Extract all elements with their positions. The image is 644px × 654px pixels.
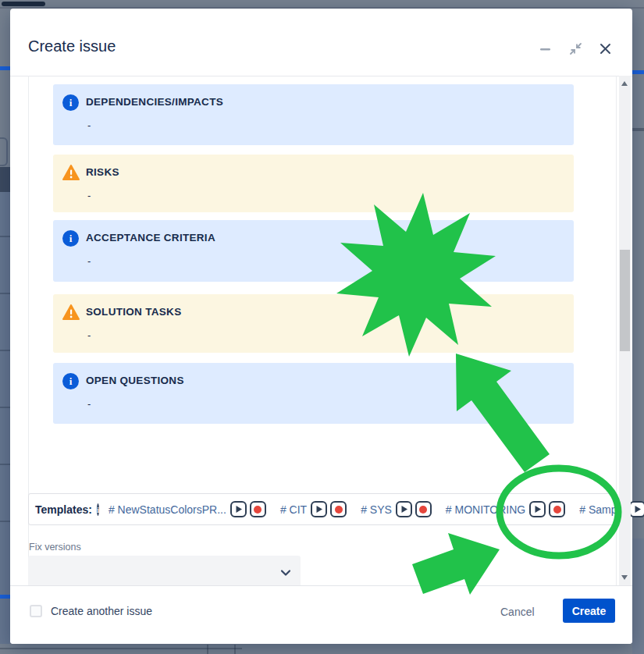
record-icon — [335, 506, 343, 514]
cancel-button[interactable]: Cancel — [500, 606, 535, 618]
fix-versions-select[interactable] — [28, 556, 301, 585]
panel-value: - — [87, 190, 91, 201]
fix-versions-label: Fix versions — [29, 542, 81, 553]
template-play-button[interactable] — [396, 501, 412, 517]
panel-title: ACCEPTANCE CRITERIA — [86, 232, 215, 243]
template-play-button[interactable] — [629, 501, 644, 517]
background-blue-line-left — [0, 66, 10, 70]
record-icon — [419, 506, 427, 514]
template-record-button[interactable] — [330, 501, 347, 517]
panel-title: OPEN QUESTIONS — [86, 375, 184, 386]
background-top-bar — [2, 2, 45, 6]
background-row-line — [0, 293, 10, 294]
templates-label: Templates: — [35, 503, 92, 516]
template-record-button[interactable] — [549, 501, 565, 517]
panel-dependencies-impacts: i DEPENDENCIES/IMPACTS - — [53, 84, 574, 145]
template-item: # SYS — [361, 501, 435, 517]
background-dark-line-right — [632, 128, 644, 131]
panel-value: - — [87, 398, 91, 410]
background-row-line — [0, 407, 10, 408]
info-icon: i — [62, 94, 79, 111]
create-another-label: Create another issue — [51, 605, 152, 617]
restore-down-icon[interactable] — [568, 41, 582, 55]
close-icon[interactable] — [598, 41, 612, 55]
panel-value: - — [87, 329, 91, 341]
template-play-button[interactable] — [230, 501, 247, 517]
background-row-line — [0, 464, 10, 465]
warning-icon — [62, 304, 79, 321]
panel-value: - — [87, 119, 91, 131]
template-item: # NewStatusColorsPR... — [109, 501, 269, 517]
templates-info-icon[interactable]: i — [97, 503, 99, 516]
chevron-down-icon — [280, 566, 291, 580]
background-column-line — [234, 645, 236, 654]
create-another-checkbox[interactable] — [30, 605, 42, 617]
scroll-up-icon[interactable] — [621, 81, 628, 86]
background-row-line — [0, 236, 10, 237]
info-icon: i — [62, 373, 79, 389]
template-record-button[interactable] — [250, 501, 266, 517]
background-column-line — [207, 645, 208, 654]
template-item: # CIT — [280, 501, 350, 517]
minimize-icon[interactable] — [539, 41, 553, 55]
template-link[interactable]: # CIT — [280, 503, 307, 516]
panel-title: RISKS — [86, 166, 119, 178]
record-icon — [254, 506, 262, 514]
background-selected-row — [0, 167, 10, 192]
template-record-button[interactable] — [415, 501, 432, 517]
template-play-button[interactable] — [311, 501, 327, 517]
panel-acceptance-criteria: i ACCEPTANCE CRITERIA - — [53, 220, 574, 282]
panel-title: DEPENDENCIES/IMPACTS — [86, 96, 223, 108]
warning-icon — [62, 165, 79, 181]
panel-value: - — [87, 255, 91, 267]
template-item: # Sample — [579, 501, 644, 517]
create-button[interactable]: Create — [563, 599, 615, 623]
template-item: # MONITORING — [446, 501, 568, 517]
scroll-down-icon[interactable] — [621, 575, 628, 580]
create-issue-dialog: Create issue i DEPENDENCIES/IMPACTS - RI… — [10, 9, 632, 644]
panel-open-questions: i OPEN QUESTIONS - — [53, 363, 574, 424]
background-bottom-line — [0, 648, 242, 649]
background-row-line — [0, 350, 10, 351]
background-dark-region-right — [632, 538, 644, 654]
background-blue-line-right — [632, 70, 644, 74]
template-play-button[interactable] — [529, 501, 546, 517]
panel-solution-tasks: SOLUTION TASKS - — [53, 294, 574, 353]
panel-risks: RISKS - — [53, 155, 574, 212]
dialog-footer: Create another issue Cancel Create — [10, 585, 632, 644]
background-table-column — [0, 192, 10, 644]
background-button-fragment — [0, 137, 8, 166]
record-icon — [553, 506, 561, 514]
background-blue-line-left2 — [0, 595, 10, 599]
background-row-line — [0, 521, 10, 522]
template-link[interactable]: # SYS — [361, 503, 392, 516]
scrollbar-track[interactable] — [619, 76, 631, 585]
info-icon: i — [62, 230, 79, 247]
scrollbar-thumb[interactable] — [620, 250, 630, 351]
template-link[interactable]: # MONITORING — [446, 503, 525, 516]
dialog-title: Create issue — [28, 37, 116, 55]
window-controls — [539, 41, 612, 55]
panel-title: SOLUTION TASKS — [86, 306, 181, 318]
templates-bar: Templates: i # NewStatusColorsPR... # CI… — [28, 493, 617, 525]
template-link[interactable]: # NewStatusColorsPR... — [109, 503, 226, 516]
